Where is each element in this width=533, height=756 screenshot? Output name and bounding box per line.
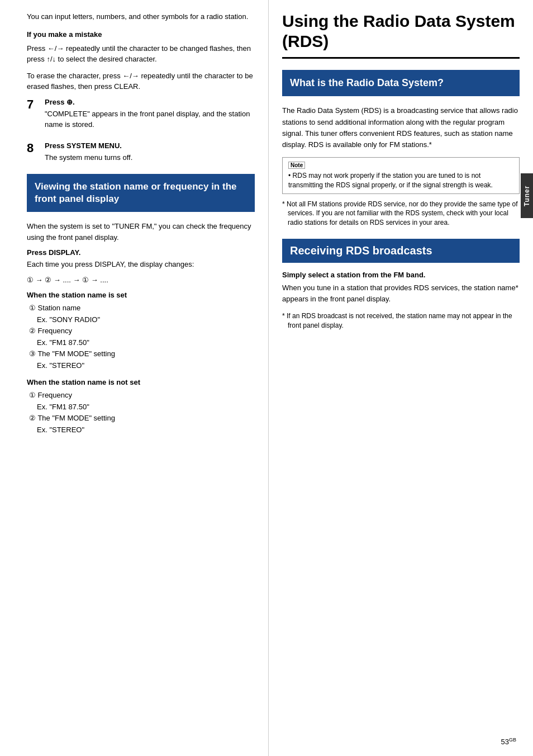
note-box: Note • RDS may not work properly if the … bbox=[282, 157, 520, 194]
intro-text: You can input letters, numbers, and othe… bbox=[27, 11, 255, 22]
when-station-set-heading: When the station name is set bbox=[27, 291, 255, 299]
item4-label: ① Frequency bbox=[27, 390, 255, 401]
note-bullet: • RDS may not work properly if the stati… bbox=[288, 171, 513, 190]
what-is-body: The Radio Data System (RDS) is a broadca… bbox=[282, 105, 520, 150]
note-label: Note bbox=[288, 162, 305, 169]
step-7-number: 7 bbox=[27, 98, 45, 111]
item1-ex: Ex. "SONY RADIO" bbox=[27, 314, 255, 325]
receiving-title: Receiving RDS broadcasts bbox=[290, 244, 512, 257]
step-7-label: Press ⊕. bbox=[45, 98, 75, 106]
display-sequence: ① → ② → .... → ① → .... bbox=[27, 276, 255, 284]
what-is-box: What is the Radio Data System? bbox=[282, 70, 520, 96]
simply-body: When you tune in a station that provides… bbox=[282, 282, 520, 305]
page-number: 53GB bbox=[501, 737, 516, 746]
item4-ex: Ex. "FM1 87.50" bbox=[27, 401, 255, 413]
step-7: 7 Press ⊕. "COMPLETE" appears in the fro… bbox=[27, 98, 255, 136]
mistake-text1: Press ←/→ repeatedly until the character… bbox=[27, 43, 255, 65]
each-time-text: Each time you press DISPLAY, the display… bbox=[27, 259, 255, 270]
step-8-desc: The system menu turns off. bbox=[45, 152, 255, 163]
item2-ex: Ex. "FM1 87.50" bbox=[27, 337, 255, 348]
rds-asterisk: * If an RDS broadcast is not received, t… bbox=[282, 311, 520, 330]
step-8: 8 Press SYSTEM MENU. The system menu tur… bbox=[27, 141, 255, 169]
step-8-number: 8 bbox=[27, 141, 45, 155]
viewing-section-title: Viewing the station name or frequency in… bbox=[35, 181, 247, 205]
item5-label: ② The "FM MODE" setting bbox=[27, 413, 255, 424]
when-set-text: When the system is set to "TUNER FM," yo… bbox=[27, 221, 255, 243]
viewing-section-box: Viewing the station name or frequency in… bbox=[27, 174, 255, 212]
step-7-desc: "COMPLETE" appears in the front panel di… bbox=[45, 108, 255, 130]
receiving-box: Receiving RDS broadcasts bbox=[282, 239, 520, 263]
item2-label: ② Frequency bbox=[27, 325, 255, 337]
what-is-title: What is the Radio Data System? bbox=[290, 77, 512, 89]
simply-heading: Simply select a station from the FM band… bbox=[282, 271, 520, 279]
step-8-label: Press SYSTEM MENU. bbox=[45, 141, 122, 150]
press-display-label: Press DISPLAY. bbox=[27, 248, 255, 257]
mistake-text2: To erase the character, press ←/→ repeat… bbox=[27, 70, 255, 92]
item3-label: ③ The "FM MODE" setting bbox=[27, 348, 255, 360]
when-station-not-set-heading: When the station name is not set bbox=[27, 378, 255, 386]
main-title: Using the Radio Data System (RDS) bbox=[282, 11, 520, 59]
mistake-heading: If you make a mistake bbox=[27, 30, 255, 39]
tuner-tab: Tuner bbox=[521, 173, 533, 218]
item1-label: ① Station name bbox=[27, 303, 255, 314]
asterisk-note: * Not all FM stations provide RDS servic… bbox=[282, 200, 520, 228]
item3-ex: Ex. "STEREO" bbox=[27, 360, 255, 371]
item5-ex: Ex. "STEREO" bbox=[27, 424, 255, 436]
